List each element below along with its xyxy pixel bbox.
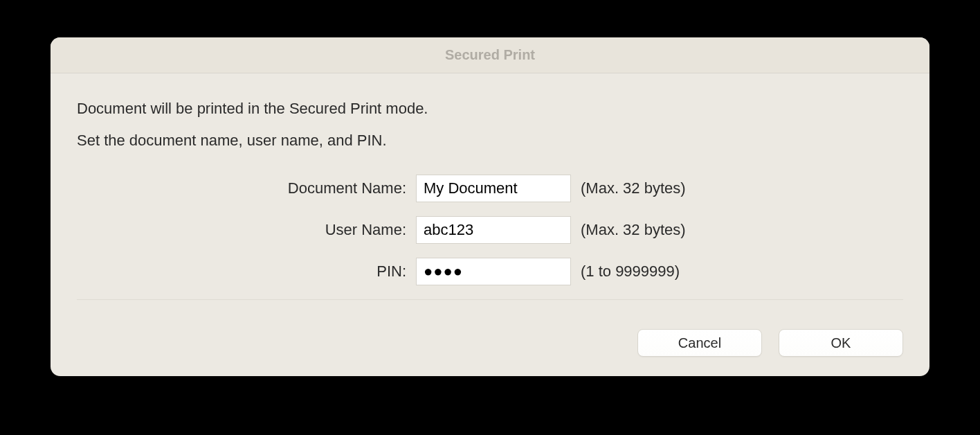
secured-print-dialog: Secured Print Document will be printed i… (51, 37, 929, 376)
user-name-label: User Name: (77, 221, 416, 239)
document-name-hint: (Max. 32 bytes) (581, 179, 686, 197)
cancel-button[interactable]: Cancel (637, 329, 762, 357)
pin-masked-value: ●●●● (424, 263, 463, 281)
divider (77, 299, 903, 300)
dialog-button-row: Cancel OK (51, 329, 929, 376)
dialog-title: Secured Print (445, 47, 535, 62)
document-name-input[interactable] (416, 175, 571, 202)
pin-label: PIN: (77, 263, 416, 281)
user-name-hint: (Max. 32 bytes) (581, 221, 686, 239)
dialog-content: Document will be printed in the Secured … (51, 73, 929, 329)
user-name-input[interactable] (416, 216, 571, 244)
intro-line-2: Set the document name, user name, and PI… (77, 132, 903, 150)
pin-hint: (1 to 9999999) (581, 263, 680, 281)
document-name-label: Document Name: (77, 179, 416, 197)
document-name-row: Document Name: (Max. 32 bytes) (77, 175, 903, 202)
pin-input[interactable]: ●●●● (416, 258, 571, 285)
pin-row: PIN: ●●●● (1 to 9999999) (77, 258, 903, 285)
user-name-row: User Name: (Max. 32 bytes) (77, 216, 903, 244)
intro-line-1: Document will be printed in the Secured … (77, 100, 903, 118)
dialog-titlebar: Secured Print (51, 37, 929, 73)
ok-button[interactable]: OK (779, 329, 903, 357)
